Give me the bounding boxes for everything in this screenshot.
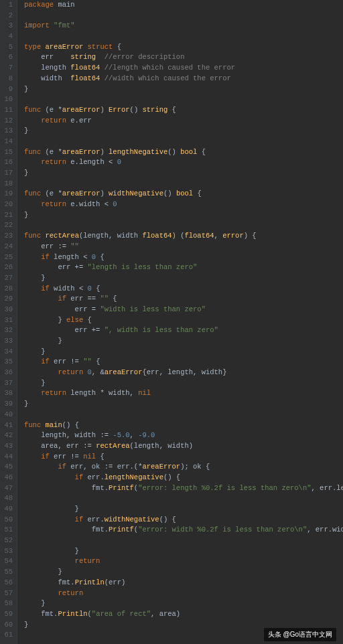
token-op: (e * — [41, 148, 62, 156]
token-op: { — [92, 357, 100, 366]
token-op: } — [24, 379, 46, 387]
line-number: 25 — [0, 252, 13, 263]
code-line: err := "" — [24, 242, 343, 252]
line-number: 43 — [0, 441, 13, 452]
token-kw: package — [24, 1, 54, 9]
token-op: { — [83, 316, 92, 324]
token-op: } — [24, 347, 46, 355]
token-id: fmt. — [24, 526, 109, 534]
token-id: err += — [24, 263, 88, 271]
line-number: 47 — [0, 483, 13, 494]
token-kw: func — [24, 232, 41, 240]
token-com: //width which caused the error — [100, 74, 230, 82]
token-kw: if — [24, 295, 66, 303]
line-number: 17 — [0, 168, 13, 179]
token-op: { — [197, 148, 206, 156]
token-kw: type — [24, 43, 41, 51]
code-line: import "fmt" — [24, 21, 343, 31]
token-kw: return — [24, 557, 100, 565]
code-line: fmt.Println(err) — [24, 578, 343, 588]
token-id: fmt. — [24, 610, 58, 618]
code-line — [24, 410, 343, 420]
line-number: 60 — [0, 620, 13, 631]
line-number: 5 — [0, 42, 13, 53]
token-str: "" — [100, 295, 109, 303]
code-line: } else { — [24, 315, 343, 326]
token-fn: lengthNegative — [109, 148, 167, 156]
code-editor: 1234567891011121314151617181920212223242… — [0, 0, 343, 644]
token-ty: bool — [176, 189, 193, 197]
line-number: 52 — [0, 536, 13, 546]
code-line: } — [24, 378, 343, 389]
token-op: (length, width — [79, 232, 143, 240]
token-op: } — [24, 127, 28, 135]
line-number: 2 — [0, 11, 13, 21]
line-number: 31 — [0, 315, 13, 326]
code-line: func (e *areaError) Error() string { — [24, 105, 343, 116]
token-ty: string — [70, 53, 96, 61]
token-id: length, width := — [24, 431, 113, 439]
token-op: { — [109, 295, 117, 303]
line-number: 20 — [0, 199, 13, 210]
line-number: 27 — [0, 273, 13, 284]
code-line: return e.err — [24, 116, 343, 127]
token-op: } — [24, 621, 28, 629]
token-str: "error: length %0.2f is less than zero\n… — [138, 484, 311, 492]
line-number: 22 — [0, 220, 13, 231]
token-fn: rectArea — [96, 442, 129, 450]
line-number: 3 — [0, 21, 13, 31]
token-id: width — [24, 74, 70, 82]
line-number: 4 — [0, 31, 13, 42]
token-str: "area of rect" — [92, 610, 151, 618]
line-number: 30 — [0, 305, 13, 315]
code-line: err += "length is less than zero" — [24, 262, 343, 273]
token-fn: rectArea — [41, 232, 79, 240]
code-line: func (e *areaError) widthNegative() bool… — [24, 189, 343, 199]
line-number-gutter: 1234567891011121314151617181920212223242… — [0, 0, 17, 644]
token-fn: widthNegative — [109, 189, 163, 197]
code-line: if width < 0 { — [24, 284, 343, 295]
token-id: e.width < — [66, 200, 113, 208]
token-op: (length, width) — [130, 442, 194, 450]
line-number: 28 — [0, 284, 13, 295]
line-number: 32 — [0, 325, 13, 336]
token-id: err = — [24, 305, 100, 313]
token-op: ) — [100, 189, 109, 197]
token-fn: main — [41, 421, 62, 429]
token-kw: return — [24, 368, 83, 376]
line-number: 46 — [0, 473, 13, 483]
token-op: { — [92, 285, 100, 293]
code-line — [24, 94, 343, 105]
token-kw: return — [24, 158, 66, 166]
token-num: 0 — [117, 158, 121, 166]
token-kw: if — [24, 453, 50, 461]
code-line: return — [24, 556, 343, 567]
token-kw: func — [24, 189, 41, 197]
token-op: (err) — [105, 578, 126, 586]
token-str: "" — [70, 242, 79, 250]
token-ty: areaError — [142, 463, 180, 471]
line-number: 9 — [0, 84, 13, 95]
token-num: -9.0 — [138, 431, 155, 439]
token-op: () — [130, 106, 143, 114]
token-str: "width is less than zero" — [100, 305, 206, 313]
code-content[interactable]: package mainimport "fmt"type areaError s… — [17, 0, 343, 644]
code-line: if err == "" { — [24, 294, 343, 305]
code-line: if err, ok := err.(*areaError); ok { — [24, 462, 343, 473]
line-number: 24 — [0, 242, 13, 252]
token-ty: areaError — [41, 43, 83, 51]
line-number: 53 — [0, 546, 13, 557]
code-line: } — [24, 273, 343, 284]
line-number: 50 — [0, 515, 13, 526]
code-line — [24, 31, 343, 42]
token-op: } — [24, 85, 28, 93]
token-op: , — [214, 232, 223, 240]
token-fn: Error — [109, 106, 130, 114]
token-op: () — [167, 148, 180, 156]
token-ty: error — [222, 232, 244, 240]
line-number: 39 — [0, 399, 13, 410]
token-op: ) { — [244, 232, 257, 240]
code-line: fmt.Printf("error: width %0.2f is less t… — [24, 525, 343, 536]
line-number: 8 — [0, 74, 13, 84]
token-fn: Printf — [109, 526, 134, 534]
